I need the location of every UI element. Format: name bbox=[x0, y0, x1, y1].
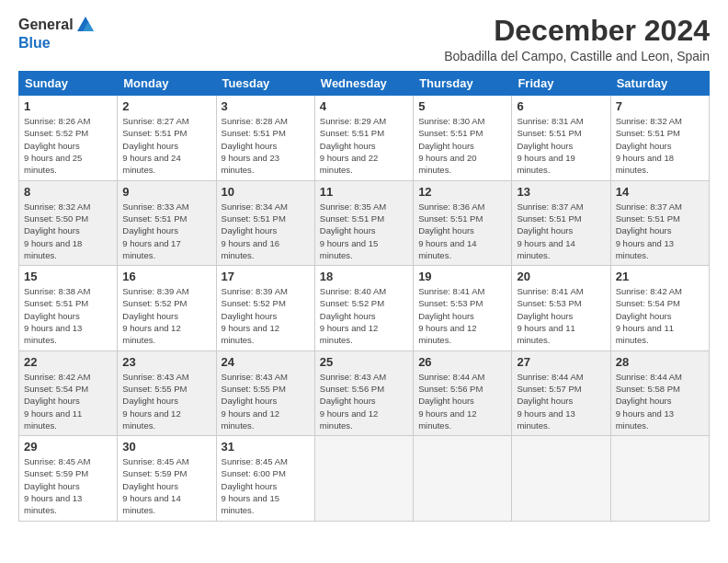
header-friday: Friday bbox=[512, 72, 610, 96]
header: General Blue December 2024 Bobadilla del… bbox=[18, 15, 710, 63]
day-number: 17 bbox=[222, 270, 310, 283]
table-row: 5 Sunrise: 8:30 AM Sunset: 5:51 PM Dayli… bbox=[414, 96, 512, 180]
day-info: Sunrise: 8:45 AM Sunset: 5:59 PM Dayligh… bbox=[122, 455, 210, 516]
day-info: Sunrise: 8:42 AM Sunset: 5:54 PM Dayligh… bbox=[616, 285, 704, 346]
day-number: 5 bbox=[418, 99, 506, 113]
day-info: Sunrise: 8:39 AM Sunset: 5:52 PM Dayligh… bbox=[122, 285, 210, 346]
table-row: 10 Sunrise: 8:34 AM Sunset: 5:51 PM Dayl… bbox=[216, 180, 314, 265]
table-row: 23 Sunrise: 8:43 AM Sunset: 5:55 PM Dayl… bbox=[118, 350, 216, 435]
day-info: Sunrise: 8:37 AM Sunset: 5:51 PM Dayligh… bbox=[616, 201, 704, 261]
day-info: Sunrise: 8:41 AM Sunset: 5:53 PM Dayligh… bbox=[418, 285, 506, 346]
table-row: 19 Sunrise: 8:41 AM Sunset: 5:53 PM Dayl… bbox=[414, 266, 512, 350]
day-number: 13 bbox=[517, 185, 605, 199]
page: General Blue December 2024 Bobadilla del… bbox=[0, 0, 728, 563]
day-info: Sunrise: 8:29 AM Sunset: 5:51 PM Dayligh… bbox=[320, 115, 408, 176]
day-number: 6 bbox=[517, 99, 605, 113]
day-number: 8 bbox=[24, 185, 112, 199]
day-info: Sunrise: 8:43 AM Sunset: 5:55 PM Dayligh… bbox=[122, 371, 210, 431]
day-info: Sunrise: 8:36 AM Sunset: 5:51 PM Dayligh… bbox=[418, 201, 506, 261]
day-number: 2 bbox=[122, 99, 210, 113]
table-row: 7 Sunrise: 8:32 AM Sunset: 5:51 PM Dayli… bbox=[610, 96, 709, 180]
header-tuesday: Tuesday bbox=[216, 72, 314, 96]
day-info: Sunrise: 8:44 AM Sunset: 5:57 PM Dayligh… bbox=[517, 371, 605, 431]
month-title: December 2024 bbox=[444, 15, 710, 47]
table-row bbox=[512, 436, 610, 521]
calendar-header-row: Sunday Monday Tuesday Wednesday Thursday… bbox=[19, 72, 710, 96]
day-number: 9 bbox=[122, 185, 210, 199]
table-row: 16 Sunrise: 8:39 AM Sunset: 5:52 PM Dayl… bbox=[118, 266, 216, 350]
table-row: 24 Sunrise: 8:43 AM Sunset: 5:55 PM Dayl… bbox=[216, 350, 314, 435]
day-info: Sunrise: 8:45 AM Sunset: 6:00 PM Dayligh… bbox=[222, 455, 310, 516]
table-row: 14 Sunrise: 8:37 AM Sunset: 5:51 PM Dayl… bbox=[610, 180, 709, 265]
header-monday: Monday bbox=[118, 72, 216, 96]
day-info: Sunrise: 8:40 AM Sunset: 5:52 PM Dayligh… bbox=[320, 285, 408, 346]
table-row: 13 Sunrise: 8:37 AM Sunset: 5:51 PM Dayl… bbox=[512, 180, 610, 265]
day-info: Sunrise: 8:33 AM Sunset: 5:51 PM Dayligh… bbox=[122, 201, 210, 261]
table-row: 21 Sunrise: 8:42 AM Sunset: 5:54 PM Dayl… bbox=[610, 266, 709, 350]
day-number: 29 bbox=[24, 440, 112, 454]
day-info: Sunrise: 8:28 AM Sunset: 5:51 PM Dayligh… bbox=[222, 115, 310, 176]
title-block: December 2024 Bobadilla del Campo, Casti… bbox=[444, 15, 710, 63]
table-row: 31 Sunrise: 8:45 AM Sunset: 6:00 PM Dayl… bbox=[216, 436, 314, 521]
day-number: 22 bbox=[24, 355, 112, 369]
day-number: 12 bbox=[418, 185, 506, 199]
calendar-week-row: 8 Sunrise: 8:32 AM Sunset: 5:50 PM Dayli… bbox=[19, 180, 710, 265]
calendar-week-row: 1 Sunrise: 8:26 AM Sunset: 5:52 PM Dayli… bbox=[19, 96, 710, 180]
day-info: Sunrise: 8:45 AM Sunset: 5:59 PM Dayligh… bbox=[24, 455, 112, 516]
table-row: 11 Sunrise: 8:35 AM Sunset: 5:51 PM Dayl… bbox=[314, 180, 413, 265]
day-info: Sunrise: 8:34 AM Sunset: 5:51 PM Dayligh… bbox=[222, 201, 310, 261]
day-info: Sunrise: 8:38 AM Sunset: 5:51 PM Dayligh… bbox=[24, 285, 112, 346]
table-row bbox=[314, 436, 413, 521]
header-wednesday: Wednesday bbox=[314, 72, 413, 96]
table-row: 1 Sunrise: 8:26 AM Sunset: 5:52 PM Dayli… bbox=[19, 96, 118, 180]
table-row: 9 Sunrise: 8:33 AM Sunset: 5:51 PM Dayli… bbox=[118, 180, 216, 265]
day-number: 27 bbox=[517, 355, 605, 369]
location-title: Bobadilla del Campo, Castille and Leon, … bbox=[444, 49, 710, 63]
day-info: Sunrise: 8:39 AM Sunset: 5:52 PM Dayligh… bbox=[222, 285, 310, 346]
day-number: 25 bbox=[320, 355, 408, 369]
day-info: Sunrise: 8:44 AM Sunset: 5:56 PM Dayligh… bbox=[418, 371, 506, 431]
day-number: 21 bbox=[616, 270, 704, 283]
table-row: 26 Sunrise: 8:44 AM Sunset: 5:56 PM Dayl… bbox=[414, 350, 512, 435]
table-row: 8 Sunrise: 8:32 AM Sunset: 5:50 PM Dayli… bbox=[19, 180, 118, 265]
header-thursday: Thursday bbox=[414, 72, 512, 96]
day-number: 16 bbox=[122, 270, 210, 283]
day-number: 31 bbox=[222, 440, 310, 454]
table-row: 4 Sunrise: 8:29 AM Sunset: 5:51 PM Dayli… bbox=[314, 96, 413, 180]
day-number: 26 bbox=[418, 355, 506, 369]
table-row: 22 Sunrise: 8:42 AM Sunset: 5:54 PM Dayl… bbox=[19, 350, 118, 435]
day-number: 30 bbox=[122, 440, 210, 454]
table-row: 17 Sunrise: 8:39 AM Sunset: 5:52 PM Dayl… bbox=[216, 266, 314, 350]
table-row: 28 Sunrise: 8:44 AM Sunset: 5:58 PM Dayl… bbox=[610, 350, 709, 435]
day-number: 24 bbox=[222, 355, 310, 369]
day-number: 15 bbox=[24, 270, 112, 283]
table-row: 20 Sunrise: 8:41 AM Sunset: 5:53 PM Dayl… bbox=[512, 266, 610, 350]
table-row: 12 Sunrise: 8:36 AM Sunset: 5:51 PM Dayl… bbox=[414, 180, 512, 265]
day-number: 4 bbox=[320, 99, 408, 113]
calendar-week-row: 22 Sunrise: 8:42 AM Sunset: 5:54 PM Dayl… bbox=[19, 350, 710, 435]
table-row: 27 Sunrise: 8:44 AM Sunset: 5:57 PM Dayl… bbox=[512, 350, 610, 435]
table-row: 18 Sunrise: 8:40 AM Sunset: 5:52 PM Dayl… bbox=[314, 266, 413, 350]
logo: General Blue bbox=[18, 15, 96, 52]
day-info: Sunrise: 8:44 AM Sunset: 5:58 PM Dayligh… bbox=[616, 371, 704, 431]
table-row: 2 Sunrise: 8:27 AM Sunset: 5:51 PM Dayli… bbox=[118, 96, 216, 180]
day-number: 10 bbox=[222, 185, 310, 199]
day-number: 28 bbox=[616, 355, 704, 369]
day-info: Sunrise: 8:30 AM Sunset: 5:51 PM Dayligh… bbox=[418, 115, 506, 176]
table-row bbox=[610, 436, 709, 521]
calendar-week-row: 29 Sunrise: 8:45 AM Sunset: 5:59 PM Dayl… bbox=[19, 436, 710, 521]
day-number: 18 bbox=[320, 270, 408, 283]
header-sunday: Sunday bbox=[19, 72, 118, 96]
day-info: Sunrise: 8:32 AM Sunset: 5:50 PM Dayligh… bbox=[24, 201, 112, 261]
day-info: Sunrise: 8:32 AM Sunset: 5:51 PM Dayligh… bbox=[616, 115, 704, 176]
day-number: 7 bbox=[616, 99, 704, 113]
day-number: 11 bbox=[320, 185, 408, 199]
table-row: 3 Sunrise: 8:28 AM Sunset: 5:51 PM Dayli… bbox=[216, 96, 314, 180]
day-info: Sunrise: 8:43 AM Sunset: 5:55 PM Dayligh… bbox=[222, 371, 310, 431]
day-info: Sunrise: 8:42 AM Sunset: 5:54 PM Dayligh… bbox=[24, 371, 112, 431]
day-info: Sunrise: 8:26 AM Sunset: 5:52 PM Dayligh… bbox=[24, 115, 112, 176]
table-row: 29 Sunrise: 8:45 AM Sunset: 5:59 PM Dayl… bbox=[19, 436, 118, 521]
calendar-table: Sunday Monday Tuesday Wednesday Thursday… bbox=[18, 71, 710, 521]
header-saturday: Saturday bbox=[610, 72, 709, 96]
table-row: 30 Sunrise: 8:45 AM Sunset: 5:59 PM Dayl… bbox=[118, 436, 216, 521]
